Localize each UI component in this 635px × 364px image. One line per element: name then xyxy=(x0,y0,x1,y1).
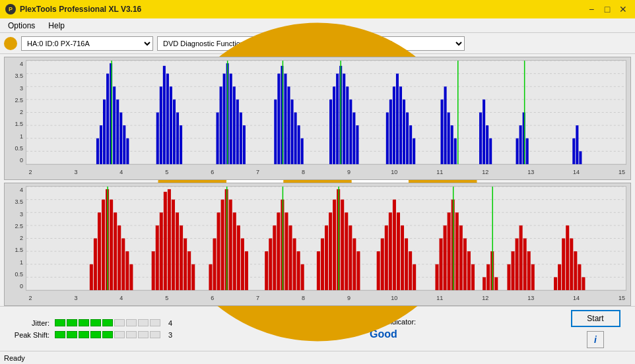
svg-rect-66 xyxy=(403,100,405,164)
svg-rect-15 xyxy=(106,74,109,164)
svg-rect-157 xyxy=(389,212,392,290)
svg-rect-144 xyxy=(325,226,328,290)
svg-rect-82 xyxy=(526,138,529,164)
svg-rect-154 xyxy=(377,251,380,290)
top-chart-svg xyxy=(26,61,626,164)
svg-rect-150 xyxy=(349,226,352,290)
top-chart: 4 3.5 3 2.5 2 1.5 1 0.5 0 xyxy=(4,57,631,180)
svg-rect-46 xyxy=(291,100,294,164)
svg-rect-167 xyxy=(448,212,451,290)
svg-rect-166 xyxy=(444,226,447,290)
x-label-4: 4 xyxy=(117,169,126,175)
svg-rect-74 xyxy=(454,138,457,164)
y-label-3b: 3 xyxy=(5,212,26,218)
svg-rect-48 xyxy=(298,125,300,164)
svg-rect-119 xyxy=(191,264,195,290)
svg-rect-97 xyxy=(90,264,93,290)
bx-label-10: 10 xyxy=(389,295,399,301)
svg-rect-129 xyxy=(245,251,248,290)
svg-rect-103 xyxy=(114,212,117,290)
bx-label-6: 6 xyxy=(208,295,217,301)
svg-rect-80 xyxy=(519,125,522,164)
svg-rect-161 xyxy=(405,239,408,291)
svg-rect-42 xyxy=(277,74,280,164)
bottom-chart-x-axis: 2 3 4 5 6 7 8 9 10 11 12 13 14 15 xyxy=(26,292,626,304)
y-label-4b: 4 xyxy=(5,187,26,193)
svg-rect-183 xyxy=(523,239,527,291)
x-label-8: 8 xyxy=(299,169,308,175)
svg-rect-17 xyxy=(113,86,116,164)
svg-rect-47 xyxy=(294,113,297,165)
svg-rect-21 xyxy=(126,138,129,164)
svg-rect-37 xyxy=(236,100,239,164)
svg-rect-29 xyxy=(176,113,179,165)
svg-rect-143 xyxy=(321,239,324,291)
svg-rect-187 xyxy=(554,277,557,290)
svg-rect-115 xyxy=(176,212,179,290)
svg-rect-136 xyxy=(284,212,288,290)
bx-label-12: 12 xyxy=(481,295,490,301)
x-label-9: 9 xyxy=(344,169,353,175)
x-label-13: 13 xyxy=(526,169,535,175)
svg-rect-192 xyxy=(574,251,577,290)
svg-rect-173 xyxy=(471,264,475,290)
top-chart-y-axis: 4 3.5 3 2.5 2 1.5 1 0.5 0 xyxy=(5,60,26,165)
x-label-15: 15 xyxy=(617,169,626,175)
svg-rect-156 xyxy=(385,226,388,290)
x-label-11: 11 xyxy=(435,169,444,175)
svg-rect-104 xyxy=(117,226,121,290)
svg-rect-172 xyxy=(467,251,471,290)
bottom-chart-inner xyxy=(26,186,626,291)
svg-rect-152 xyxy=(356,251,360,290)
svg-rect-67 xyxy=(406,113,409,165)
svg-rect-160 xyxy=(401,226,404,290)
bx-label-3: 3 xyxy=(71,295,81,301)
y-label-35: 3.5 xyxy=(5,73,26,79)
y-label-1b: 1 xyxy=(5,260,26,266)
svg-rect-151 xyxy=(352,239,356,291)
x-label-12: 12 xyxy=(481,169,490,175)
y-label-35b: 3.5 xyxy=(5,199,26,205)
y-label-0b: 0 xyxy=(5,284,26,289)
top-chart-x-axis: 2 3 4 5 6 7 8 9 10 11 12 13 14 15 xyxy=(26,166,626,178)
svg-rect-30 xyxy=(180,125,182,164)
svg-rect-180 xyxy=(511,251,514,290)
svg-rect-105 xyxy=(121,239,125,291)
svg-rect-75 xyxy=(479,113,482,165)
svg-rect-19 xyxy=(119,113,122,165)
svg-rect-24 xyxy=(160,86,162,164)
svg-rect-120 xyxy=(209,264,212,290)
svg-rect-100 xyxy=(102,200,105,290)
svg-rect-73 xyxy=(451,125,453,164)
svg-rect-99 xyxy=(98,212,101,290)
svg-rect-116 xyxy=(180,226,183,290)
svg-rect-56 xyxy=(346,86,349,164)
y-label-05: 0.5 xyxy=(5,146,26,152)
svg-rect-69 xyxy=(413,138,415,164)
toolbar: HA:0 ID:0 PX-716A DVD Diagnostic Functio… xyxy=(0,33,635,54)
svg-rect-76 xyxy=(483,100,485,164)
svg-rect-118 xyxy=(187,251,191,290)
svg-rect-27 xyxy=(170,86,172,164)
bottom-chart-svg xyxy=(26,187,626,290)
svg-rect-77 xyxy=(486,125,488,164)
svg-rect-68 xyxy=(409,125,412,164)
y-label-25: 2.5 xyxy=(5,98,26,104)
bottom-chart-y-axis: 4 3.5 3 2.5 2 1.5 1 0.5 0 xyxy=(5,186,26,291)
svg-rect-132 xyxy=(269,239,272,291)
y-label-0: 0 xyxy=(5,158,26,164)
bottom-chart: 4 3.5 3 2.5 2 1.5 1 0.5 0 xyxy=(4,183,631,306)
svg-rect-175 xyxy=(483,277,486,290)
drive-icon xyxy=(4,37,17,50)
x-label-7: 7 xyxy=(253,169,263,175)
svg-rect-84 xyxy=(572,138,575,164)
svg-rect-149 xyxy=(345,212,348,290)
svg-rect-123 xyxy=(221,200,224,290)
svg-rect-165 xyxy=(440,239,443,291)
svg-rect-102 xyxy=(110,200,113,290)
svg-rect-133 xyxy=(273,226,276,290)
svg-rect-63 xyxy=(393,86,395,164)
svg-rect-163 xyxy=(413,264,416,290)
svg-rect-85 xyxy=(576,125,578,164)
svg-rect-41 xyxy=(274,100,277,164)
